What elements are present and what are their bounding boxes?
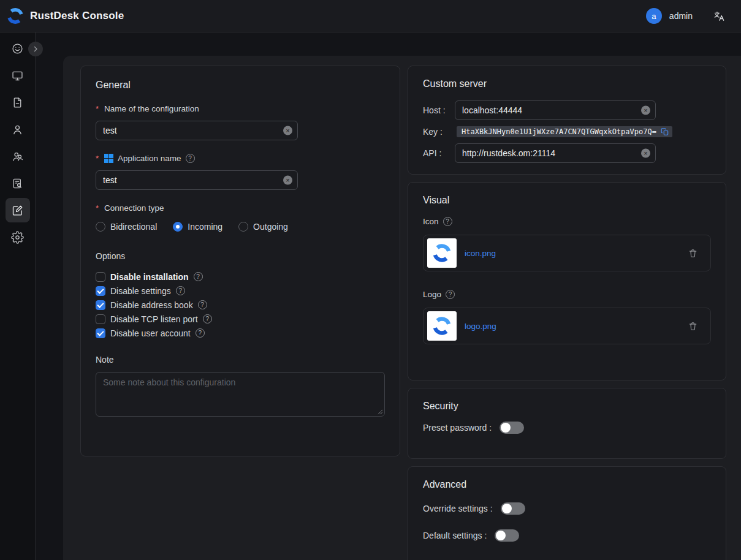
icon-help-icon[interactable]: ? xyxy=(443,217,452,226)
logo-upload-row: logo.png xyxy=(423,308,711,344)
checkbox-disable-settings[interactable]: Disable settings ? xyxy=(96,286,385,296)
clear-host-icon[interactable]: × xyxy=(641,106,650,115)
key-row: Key : HtaXBkJNHyn0e1U1jWXze7A7CN7QTGWqxk… xyxy=(423,126,711,137)
icon-upload-row: icon.png xyxy=(423,235,711,271)
radio-dot xyxy=(96,222,105,232)
face-icon xyxy=(11,42,24,55)
preset-password-row: Preset password : xyxy=(423,422,711,434)
note-field xyxy=(96,372,385,417)
sidebar xyxy=(0,32,36,560)
monitor-icon xyxy=(11,69,24,82)
config-name-field: × xyxy=(96,121,298,140)
host-field: × xyxy=(455,100,656,120)
language-icon[interactable] xyxy=(713,10,725,22)
checkbox-disable-installation[interactable]: Disable installation ? xyxy=(96,271,385,282)
delete-logo-trash-icon[interactable] xyxy=(688,321,698,331)
app-name-input[interactable] xyxy=(96,170,298,190)
config-name-label: Name of the configuration xyxy=(96,104,385,113)
custom-server-card: Custom server Host : × Key : HtaXBkJNHyn… xyxy=(408,66,726,175)
help-icon[interactable]: ? xyxy=(203,314,212,324)
document-icon xyxy=(11,96,24,109)
default-settings-label: Default settings : xyxy=(423,531,487,540)
sidebar-collapse-button[interactable] xyxy=(28,42,43,56)
override-settings-toggle[interactable] xyxy=(501,502,525,515)
main-content: General Name of the configuration × Appl… xyxy=(63,56,741,560)
host-row: Host : × xyxy=(423,100,711,120)
radio-incoming[interactable]: Incoming xyxy=(173,222,222,232)
icon-thumbnail xyxy=(427,238,457,268)
visual-card: Visual Icon ? icon.png Logo ? xyxy=(408,182,726,380)
api-label: API : xyxy=(423,148,455,158)
host-input[interactable] xyxy=(455,100,656,120)
logo-help-icon[interactable]: ? xyxy=(446,290,455,299)
logo-file-link[interactable]: logo.png xyxy=(465,322,496,331)
clear-config-name-icon[interactable]: × xyxy=(283,126,292,135)
checkbox-disable-tcp-listen-port[interactable]: Disable TCP listen port ? xyxy=(96,314,385,324)
windows-logo-icon xyxy=(104,154,113,163)
visual-title: Visual xyxy=(423,195,711,206)
user-avatar[interactable]: a xyxy=(646,8,662,24)
sidebar-item-groups[interactable] xyxy=(6,144,30,168)
app-name-help-icon[interactable]: ? xyxy=(186,154,195,163)
advanced-card: Advanced Override settings : Default set… xyxy=(408,466,726,560)
override-settings-label: Override settings : xyxy=(423,504,493,513)
sidebar-item-welcome[interactable] xyxy=(6,36,30,61)
default-settings-row: Default settings : xyxy=(423,529,711,542)
sidebar-item-audit[interactable] xyxy=(6,171,30,195)
sidebar-item-custom-client[interactable] xyxy=(6,198,30,222)
api-input[interactable] xyxy=(455,143,656,163)
api-field: × xyxy=(455,143,656,163)
key-label: Key : xyxy=(423,127,455,137)
connection-type-group: Bidirectional Incoming Outgoing xyxy=(96,222,385,232)
app-name-field: × xyxy=(96,170,298,190)
checkbox-box xyxy=(96,328,105,338)
clear-api-icon[interactable]: × xyxy=(641,149,650,158)
edit-icon xyxy=(11,204,24,217)
sidebar-item-users[interactable] xyxy=(6,117,30,142)
help-icon[interactable]: ? xyxy=(176,286,185,295)
checkbox-disable-address-book[interactable]: Disable address book ? xyxy=(96,300,385,310)
icon-file-link[interactable]: icon.png xyxy=(465,249,496,258)
override-settings-row: Override settings : xyxy=(423,502,711,515)
radio-bidirectional[interactable]: Bidirectional xyxy=(96,222,157,232)
logo-thumbnail xyxy=(427,311,457,341)
api-row: API : × xyxy=(423,143,711,163)
chevron-right-icon xyxy=(32,45,39,53)
app-title: RustDesk Console xyxy=(30,10,124,22)
sidebar-item-devices[interactable] xyxy=(6,63,30,88)
key-value: HtaXBkJNHyn0e1U1jWXze7A7CN7QTGWqxkOtpaVp… xyxy=(457,126,672,137)
user-name[interactable]: admin xyxy=(669,11,693,21)
rustdesk-logo-icon xyxy=(6,7,25,25)
default-settings-toggle[interactable] xyxy=(495,529,519,542)
sidebar-item-settings[interactable] xyxy=(6,225,30,249)
copy-key-icon[interactable] xyxy=(661,127,669,136)
help-icon[interactable]: ? xyxy=(198,300,207,309)
checkbox-box xyxy=(96,314,105,324)
audit-log-icon xyxy=(11,177,24,190)
delete-icon-trash-icon[interactable] xyxy=(688,248,698,259)
preset-password-toggle[interactable] xyxy=(500,422,524,434)
radio-outgoing[interactable]: Outgoing xyxy=(238,222,288,232)
clear-app-name-icon[interactable]: × xyxy=(283,176,292,185)
help-icon[interactable]: ? xyxy=(196,328,205,338)
custom-server-title: Custom server xyxy=(423,78,711,89)
sidebar-item-sessions[interactable] xyxy=(6,90,30,115)
brand: RustDesk Console xyxy=(6,7,124,25)
checkbox-box xyxy=(96,286,105,296)
general-card: General Name of the configuration × Appl… xyxy=(80,66,400,456)
config-name-input[interactable] xyxy=(96,121,298,140)
settings-icon xyxy=(11,231,24,244)
help-icon[interactable]: ? xyxy=(194,272,203,281)
security-title: Security xyxy=(423,401,711,412)
general-title: General xyxy=(96,80,385,91)
radio-dot xyxy=(173,222,183,232)
user-icon xyxy=(11,123,24,136)
checkbox-box xyxy=(96,300,105,310)
note-textarea[interactable] xyxy=(96,372,385,417)
checkbox-disable-user-account[interactable]: Disable user account ? xyxy=(96,328,385,338)
security-card: Security Preset password : xyxy=(408,388,726,459)
connection-type-label: Connection type xyxy=(96,203,385,213)
top-bar: RustDesk Console a admin xyxy=(0,0,741,32)
options-label: Options xyxy=(96,251,385,261)
advanced-title: Advanced xyxy=(423,479,711,490)
